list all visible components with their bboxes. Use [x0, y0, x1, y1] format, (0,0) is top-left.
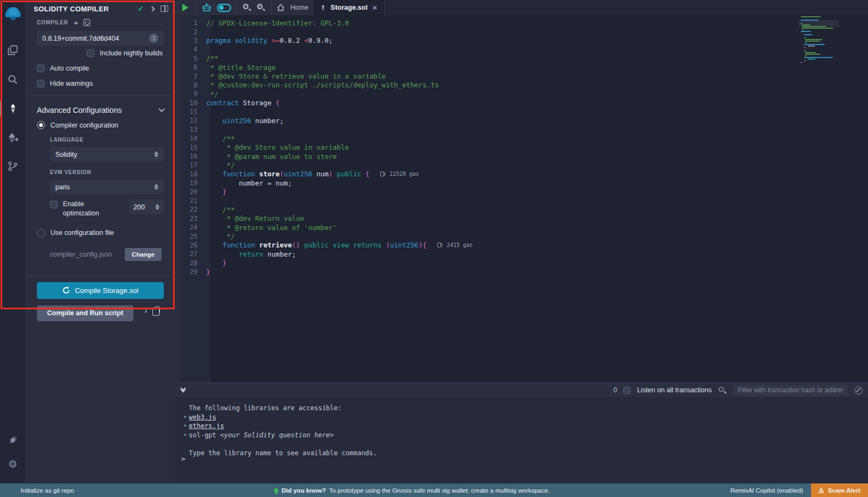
clear-console-icon[interactable] — [854, 386, 863, 394]
advanced-configurations-toggle[interactable]: Advanced Configurations — [26, 100, 175, 118]
gas-pump-icon — [380, 171, 384, 176]
code-line[interactable]: 14 /** — [179, 134, 792, 143]
optimization-runs-input[interactable]: 200 — [129, 200, 164, 214]
sidebar-item-git[interactable] — [0, 154, 26, 178]
did-you-know-hint: Did you know? To prototype using the Gno… — [274, 487, 550, 494]
zoom-out-icon[interactable]: − — [242, 3, 251, 12]
code-line[interactable]: 25 */ — [179, 232, 792, 240]
code-line[interactable]: 5/** — [179, 54, 792, 63]
terminal-search-icon[interactable] — [718, 386, 726, 394]
line-number: 27 — [179, 250, 206, 258]
compiler-configuration-radio[interactable] — [37, 121, 45, 129]
code-line[interactable]: 18 function store(uint256 num) public { … — [179, 170, 792, 179]
gear-icon: ⚙ — [8, 459, 17, 469]
code-line[interactable]: 16 * @param num value to store — [179, 152, 792, 161]
code-line[interactable]: 8 * @custom:dev-run-script ./scripts/dep… — [179, 81, 792, 90]
git-init-button[interactable]: Initialize as git repo — [0, 487, 74, 494]
code-line[interactable]: 27 return number; — [179, 250, 792, 258]
library-link[interactable]: web3.js — [189, 413, 216, 422]
panel-resize-handle[interactable] — [175, 15, 179, 383]
transaction-filter-input[interactable] — [733, 385, 848, 396]
optimization-runs-value: 200 — [133, 203, 155, 211]
enable-optimization-checkbox[interactable] — [50, 201, 58, 208]
copilot-toggle[interactable] — [217, 4, 231, 12]
terminal-header[interactable]: 0 Listen on all transactions — [175, 383, 868, 397]
code-line[interactable]: 11 — [179, 107, 792, 116]
chevron-right-icon[interactable] — [150, 6, 155, 11]
settings-button[interactable]: ⚙ — [0, 452, 26, 476]
code-line[interactable]: 3pragma solidity >=0.8.2 <0.9.0; — [179, 36, 792, 45]
pin-panel-icon[interactable] — [161, 5, 168, 12]
code-line[interactable]: 6 * @title Storage — [179, 63, 792, 72]
code-line[interactable]: 24 * @return value of 'number' — [179, 223, 792, 232]
sidebar-item-search[interactable] — [0, 67, 26, 91]
code-text: uint256 number; — [206, 117, 284, 125]
code-line[interactable]: 17 */ — [179, 161, 792, 169]
zoom-in-icon[interactable]: + — [257, 3, 265, 12]
sidebar-item-solidity-compiler[interactable] — [0, 97, 26, 120]
compile-and-run-button[interactable]: Compile and Run script — [37, 305, 133, 321]
code-editor[interactable]: 1// SPDX-License-Identifier: GPL-3.023pr… — [175, 15, 868, 383]
code-line[interactable]: 1// SPDX-License-Identifier: GPL-3.0 — [179, 18, 792, 27]
use-configuration-file-radio[interactable] — [37, 229, 45, 237]
line-number: 29 — [179, 268, 206, 276]
chevron-down-icon — [158, 106, 164, 112]
plugin-manager-button[interactable] — [0, 428, 26, 452]
copy-icon[interactable] — [154, 307, 160, 313]
include-nightly-checkbox[interactable] — [87, 49, 94, 57]
code-line[interactable]: 20 } — [179, 187, 792, 196]
select-arrows-icon — [154, 184, 158, 190]
compile-button[interactable]: Compile Storage.sol — [37, 282, 164, 299]
code-line[interactable]: 29} — [179, 267, 792, 276]
line-number: 23 — [179, 215, 206, 222]
code-line[interactable]: 13 — [179, 125, 792, 134]
terminal-collapse-icon[interactable] — [181, 388, 185, 392]
line-number: 28 — [179, 259, 206, 267]
tab-storage-sol[interactable]: Storage.sol ✕ — [314, 0, 385, 15]
code-line[interactable]: 2 — [179, 27, 792, 36]
info-icon[interactable]: i — [144, 306, 146, 314]
code-line[interactable]: 21 — [179, 196, 792, 205]
language-label: LANGUAGE — [50, 137, 84, 143]
code-content[interactable]: 1// SPDX-License-Identifier: GPL-3.023pr… — [179, 18, 792, 276]
open-file-icon[interactable] — [84, 19, 90, 26]
sidebar-item-deploy-run[interactable] — [0, 126, 26, 150]
hide-warnings-checkbox[interactable] — [37, 80, 44, 87]
listen-all-transactions-checkbox[interactable] — [623, 387, 630, 394]
home-tab[interactable]: Home — [271, 0, 314, 15]
code-line[interactable]: 12 uint256 number; — [179, 116, 792, 125]
copilot-status[interactable]: RemixAI Copilot (enabled) — [730, 487, 810, 494]
sidebar-item-file-explorer[interactable] — [0, 38, 26, 62]
ai-copilot-robot-icon[interactable] — [202, 3, 212, 12]
add-compiler-icon[interactable]: + — [74, 18, 79, 27]
compiler-section-label: COMPILER — [37, 20, 68, 26]
remix-logo[interactable] — [0, 0, 26, 28]
scam-alert-button[interactable]: ⚠ Scam Alert — [811, 483, 868, 497]
code-line[interactable]: 15 * @dev Store value in variable — [179, 143, 792, 151]
evm-version-select[interactable]: paris — [50, 180, 164, 194]
change-config-button[interactable]: Change — [125, 248, 162, 261]
terminal-prompt[interactable]: > — [181, 455, 186, 463]
tab-close-icon[interactable]: ✕ — [372, 4, 378, 12]
code-line[interactable]: 28 } — [179, 259, 792, 267]
code-text: */ — [206, 161, 235, 169]
line-number: 7 — [179, 73, 206, 80]
minimap[interactable] — [801, 16, 837, 63]
code-line[interactable]: 4 — [179, 45, 792, 54]
language-select[interactable]: Solidity — [50, 147, 164, 162]
code-line[interactable]: 26 function retrieve() public view retur… — [179, 241, 792, 250]
code-line[interactable]: 19 number = num; — [179, 179, 792, 187]
code-line[interactable]: 9 */ — [179, 90, 792, 98]
auto-compile-checkbox[interactable] — [37, 65, 44, 72]
line-number: 21 — [179, 197, 206, 205]
code-line[interactable]: 10contract Storage { — [179, 99, 792, 107]
terminal-output[interactable]: The following libraries are accessible:•… — [175, 397, 868, 483]
library-link[interactable]: ethers.js — [189, 422, 224, 431]
run-script-button[interactable] — [182, 4, 188, 11]
code-line[interactable]: 23 * @dev Return value — [179, 214, 792, 223]
code-line[interactable]: 7 * @dev Store & retrieve value in a var… — [179, 72, 792, 80]
code-line[interactable]: 22 /** — [179, 205, 792, 214]
line-number: 13 — [179, 126, 206, 133]
code-text: } — [206, 268, 210, 276]
compiler-version-select[interactable]: 0.8.19+commit.7dd6d404 — [37, 31, 164, 46]
